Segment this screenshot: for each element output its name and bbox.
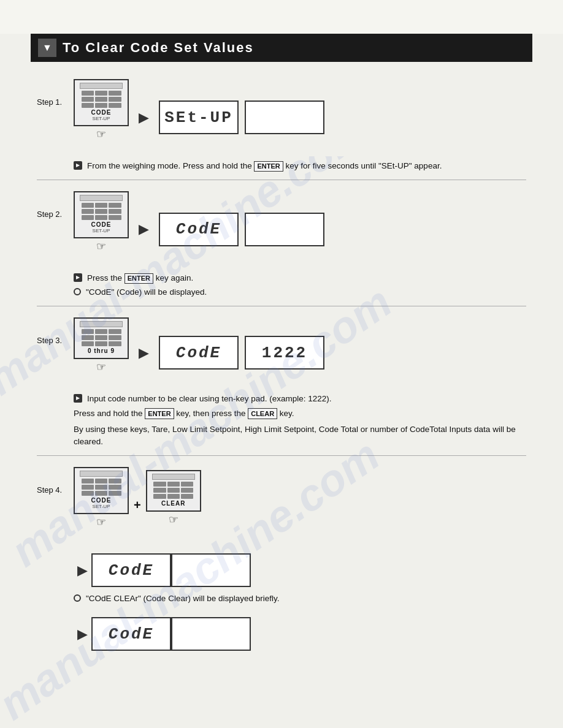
step2-device: CODE SET-UP — [74, 191, 129, 238]
step1-instruction1: From the weighing mode. Press and hold t… — [74, 161, 526, 172]
step4-display-row2: ▶ CodE — [74, 617, 526, 651]
step1-label: Step 1. — [37, 79, 74, 107]
page-container: manual-machine.com manual-machine.com ma… — [0, 34, 563, 728]
step2-text2: "COdE" (Code) will be displayed. — [86, 287, 207, 298]
s3k5 — [95, 335, 107, 340]
step3-display1: CodE — [159, 336, 239, 370]
step1-finger-icon: ☞ — [74, 127, 129, 141]
step2-display2 — [245, 213, 324, 246]
step4-instructions: "COdE CLEAr" (Code Clear) will be displa… — [74, 593, 526, 605]
step1-diagram: CODE SET-UP ☞ ▶ SEt-UP — [74, 79, 324, 156]
step1-display2 — [245, 100, 324, 134]
divider1 — [37, 180, 526, 180]
s2k3 — [109, 203, 121, 208]
s2k5 — [95, 209, 107, 214]
s4k14 — [167, 488, 180, 493]
step1-device-sub: SET-UP — [93, 116, 110, 121]
step2-device-keys — [82, 203, 121, 220]
step3-text1: Input code number to be clear using ten-… — [87, 393, 332, 405]
step2-device-screen — [80, 195, 123, 201]
key9 — [109, 103, 121, 108]
s4k3 — [109, 479, 121, 483]
step2-diagram: CODE SET-UP ☞ ▶ CodE — [74, 191, 324, 268]
s4k17 — [167, 494, 180, 499]
key1 — [82, 91, 94, 96]
header-title: To Clear Code Set Values — [63, 40, 254, 56]
key3 — [109, 91, 121, 96]
s2k4 — [82, 209, 94, 214]
key4 — [82, 97, 94, 102]
s4k16 — [153, 494, 166, 499]
step4-device2: CLEAR — [146, 470, 201, 512]
step1-device-keys — [82, 91, 121, 108]
step2-device-label: CODE — [91, 221, 112, 228]
key5 — [95, 97, 107, 102]
step2-instructions: Press the ENTER key again. "COdE" (Code)… — [74, 273, 526, 298]
s3k1 — [82, 329, 94, 334]
step2-device-wrapper: CODE SET-UP ☞ — [74, 191, 129, 253]
step3-device-keys — [82, 329, 121, 346]
s2k1 — [82, 203, 94, 208]
step4-device1-wrapper: CODE SET-UP ☞ — [74, 467, 129, 529]
step4-row: Step 4. — [37, 467, 526, 544]
step1-row: Step 1. — [37, 79, 526, 156]
step3-label: Step 3. — [37, 317, 74, 345]
step3-row: Step 3. — [37, 317, 526, 389]
step4-device2-wrapper: CLEAR ☞ — [146, 470, 201, 526]
step4-instruction1: "COdE CLEAr" (Code Clear) will be displa… — [74, 593, 526, 605]
s4k10 — [153, 482, 166, 487]
step3-diagram: 0 thru 9 ☞ ▶ CodE 1222 — [74, 317, 324, 389]
step4-bullet1 — [74, 594, 81, 602]
clear-key-ref1: CLEAR — [248, 408, 277, 420]
step4-display4 — [171, 617, 251, 651]
step4-display-row1: ▶ CodE — [74, 553, 526, 587]
step3-bullet1 — [74, 394, 82, 403]
step4-d2-label: CLEAR — [161, 500, 185, 507]
step3-display2: 1222 — [245, 336, 324, 370]
step4-display3: CodE — [91, 617, 171, 651]
step2-bullet2 — [74, 288, 81, 295]
s3k4 — [82, 335, 94, 340]
s3k9 — [109, 341, 121, 346]
step4-d1-keys — [82, 479, 121, 496]
enter-key-ref1: ENTER — [254, 161, 283, 172]
divider2 — [37, 306, 526, 306]
note2-block: By using these keys, Tare, Low Limit Set… — [74, 423, 526, 449]
s4k15 — [181, 488, 193, 493]
s4k4 — [82, 485, 94, 490]
s2k8 — [95, 215, 107, 220]
step2-row: Step 2. — [37, 191, 526, 268]
step1-arrow: ▶ — [139, 110, 149, 126]
step4-arrow2: ▶ — [77, 626, 88, 642]
s4k11 — [167, 482, 180, 487]
step2-instruction1: Press the ENTER key again. — [74, 273, 526, 284]
step2-instruction2: "COdE" (Code) will be displayed. — [74, 287, 526, 298]
key2 — [95, 91, 107, 96]
step4-d1-screen — [80, 471, 123, 477]
step4-devices: CODE SET-UP ☞ + — [74, 467, 201, 544]
step3-arrow: ▶ — [139, 345, 149, 361]
step4-d2-keys — [153, 482, 193, 499]
step2-finger-icon: ☞ — [74, 240, 129, 253]
divider3 — [37, 455, 526, 456]
step2-display1: CodE — [159, 213, 239, 246]
step4-text1: "COdE CLEAr" (Code Clear) will be displa… — [86, 593, 279, 605]
s3k3 — [109, 329, 121, 334]
s4k1 — [82, 479, 94, 483]
step1-bullet1 — [74, 161, 82, 170]
step4-display1: CodE — [91, 553, 171, 587]
step2-bullet1 — [74, 273, 82, 282]
step3-instructions: Input code number to be clear using ten-… — [74, 393, 526, 405]
enter-key-ref3: ENTER — [145, 408, 174, 420]
s4k18 — [181, 494, 193, 499]
content-area: Step 1. — [0, 62, 563, 675]
s4k13 — [153, 488, 166, 493]
step2-device-sub: SET-UP — [93, 228, 110, 233]
s4k7 — [82, 491, 94, 496]
s2k7 — [82, 215, 94, 220]
s4k9 — [109, 491, 121, 496]
step3-finger-icon: ☞ — [74, 360, 129, 374]
step3-instruction1: Input code number to be clear using ten-… — [74, 393, 526, 405]
step4-label: Step 4. — [37, 467, 74, 495]
step1-device-wrapper: CODE SET-UP ☞ — [74, 79, 129, 141]
